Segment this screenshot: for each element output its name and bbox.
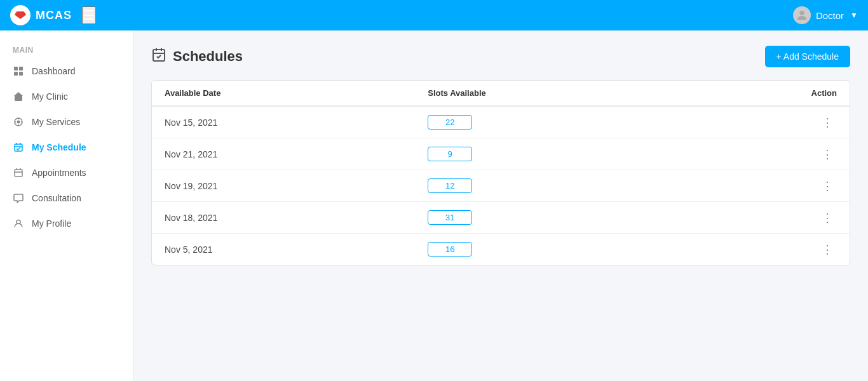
sidebar-item-appointments[interactable]: Appointments bbox=[0, 160, 133, 185]
row-action-button[interactable]: ⋮ bbox=[818, 179, 837, 193]
slots-badge: 31 bbox=[428, 210, 472, 225]
table-row: Nov 18, 202131⋮ bbox=[152, 202, 850, 234]
schedules-table-wrap: Available Date Slots Available Action No… bbox=[151, 80, 850, 265]
sidebar-label-appointments: Appointments bbox=[32, 168, 86, 178]
user-name: Doctor bbox=[816, 10, 844, 21]
table-row: Nov 15, 202122⋮ bbox=[152, 106, 850, 138]
schedules-table: Available Date Slots Available Action No… bbox=[152, 81, 850, 265]
svg-rect-10 bbox=[15, 144, 22, 151]
col-header-available-date: Available Date bbox=[152, 81, 415, 106]
dashboard-icon bbox=[13, 65, 24, 77]
app-title: MCAS bbox=[36, 9, 72, 22]
main-content: Schedules + Add Schedule Available Date … bbox=[133, 30, 868, 381]
svg-rect-4 bbox=[14, 72, 18, 76]
cell-slots-available: 12 bbox=[415, 170, 684, 202]
svg-rect-3 bbox=[19, 67, 23, 70]
row-action-button[interactable]: ⋮ bbox=[818, 116, 837, 130]
table-row: Nov 19, 202112⋮ bbox=[152, 170, 850, 202]
svg-rect-13 bbox=[153, 50, 165, 61]
slots-badge: 9 bbox=[428, 147, 472, 161]
slots-badge: 12 bbox=[428, 178, 472, 193]
user-dropdown-arrow[interactable]: ▼ bbox=[850, 11, 858, 20]
sidebar-label-my-clinic: My Clinic bbox=[32, 91, 68, 102]
sidebar-item-my-schedule[interactable]: My Schedule bbox=[0, 135, 133, 160]
cell-available-date: Nov 19, 2021 bbox=[152, 170, 415, 202]
topnav-left: MCAS ☰ bbox=[10, 5, 96, 25]
cell-action: ⋮ bbox=[684, 202, 850, 234]
cell-slots-available: 16 bbox=[415, 234, 684, 265]
slots-badge: 16 bbox=[428, 242, 472, 257]
svg-point-1 bbox=[799, 11, 804, 15]
sidebar-label-my-profile: My Profile bbox=[32, 218, 71, 229]
sidebar-label-my-schedule: My Schedule bbox=[32, 142, 86, 152]
profile-icon bbox=[13, 218, 24, 229]
cell-slots-available: 9 bbox=[415, 138, 684, 170]
sidebar-label-my-services: My Services bbox=[32, 117, 80, 127]
page-title: Schedules bbox=[173, 48, 243, 65]
cell-available-date: Nov 18, 2021 bbox=[152, 202, 415, 234]
svg-rect-11 bbox=[15, 170, 22, 177]
cell-slots-available: 31 bbox=[415, 202, 684, 234]
cell-available-date: Nov 15, 2021 bbox=[152, 106, 415, 138]
main-layout: Main Dashboard My Clinic My Services My … bbox=[0, 30, 868, 381]
table-row: Nov 5, 202116⋮ bbox=[152, 234, 850, 265]
row-action-button[interactable]: ⋮ bbox=[818, 243, 837, 257]
sidebar-section-main: Main bbox=[0, 41, 133, 58]
add-schedule-button[interactable]: + Add Schedule bbox=[765, 46, 850, 67]
sidebar-item-dashboard[interactable]: Dashboard bbox=[0, 58, 133, 84]
topnav-right: Doctor ▼ bbox=[793, 6, 858, 24]
cell-available-date: Nov 5, 2021 bbox=[152, 234, 415, 265]
sidebar-item-consultation[interactable]: Consultation bbox=[0, 185, 133, 211]
cell-action: ⋮ bbox=[684, 138, 850, 170]
sidebar: Main Dashboard My Clinic My Services My … bbox=[0, 30, 133, 381]
topnav: MCAS ☰ Doctor ▼ bbox=[0, 0, 868, 30]
col-header-action: Action bbox=[684, 81, 850, 106]
appointments-icon bbox=[13, 167, 24, 178]
row-action-button[interactable]: ⋮ bbox=[818, 147, 837, 161]
svg-point-9 bbox=[17, 121, 20, 124]
app-logo: MCAS bbox=[10, 5, 72, 25]
schedules-icon bbox=[151, 47, 166, 66]
table-header-row: Available Date Slots Available Action bbox=[152, 81, 850, 106]
svg-rect-7 bbox=[17, 97, 20, 101]
clinic-icon bbox=[13, 91, 24, 102]
cell-action: ⋮ bbox=[684, 170, 850, 202]
row-action-button[interactable]: ⋮ bbox=[818, 211, 837, 225]
cell-slots-available: 22 bbox=[415, 106, 684, 138]
avatar bbox=[793, 6, 811, 24]
services-icon bbox=[13, 116, 24, 128]
consultation-icon bbox=[13, 192, 24, 204]
logo-icon bbox=[10, 5, 31, 25]
sidebar-label-consultation: Consultation bbox=[32, 193, 81, 203]
page-title-wrap: Schedules bbox=[151, 47, 243, 66]
cell-action: ⋮ bbox=[684, 106, 850, 138]
page-header: Schedules + Add Schedule bbox=[151, 46, 850, 67]
sidebar-item-my-services[interactable]: My Services bbox=[0, 109, 133, 135]
svg-point-0 bbox=[18, 13, 22, 17]
slots-badge: 22 bbox=[428, 115, 472, 130]
sidebar-label-dashboard: Dashboard bbox=[32, 66, 76, 76]
table-row: Nov 21, 20219⋮ bbox=[152, 138, 850, 170]
svg-rect-2 bbox=[14, 67, 18, 70]
svg-rect-5 bbox=[19, 72, 23, 76]
col-header-slots-available: Slots Available bbox=[415, 81, 684, 106]
cell-action: ⋮ bbox=[684, 234, 850, 265]
sidebar-item-my-profile[interactable]: My Profile bbox=[0, 211, 133, 236]
schedule-icon bbox=[13, 142, 24, 153]
sidebar-item-my-clinic[interactable]: My Clinic bbox=[0, 84, 133, 109]
hamburger-button[interactable]: ☰ bbox=[82, 6, 96, 24]
cell-available-date: Nov 21, 2021 bbox=[152, 138, 415, 170]
